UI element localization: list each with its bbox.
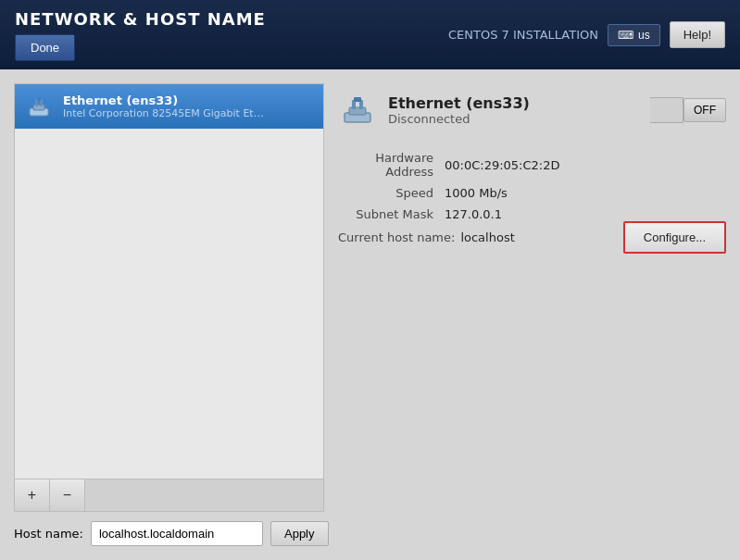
configure-button[interactable]: Configure... [623, 221, 726, 254]
apply-button[interactable]: Apply [270, 521, 329, 546]
help-button[interactable]: Help! [670, 21, 725, 48]
remove-interface-button[interactable]: − [50, 479, 85, 511]
page-title: NETWORK & HOST NAME [15, 9, 266, 29]
svg-rect-6 [349, 107, 366, 115]
keyboard-icon: ⌨ [618, 29, 633, 42]
ethernet-name: Ethernet (ens33) [388, 94, 530, 112]
ethernet-name-status: Ethernet (ens33) Disconnected [388, 94, 530, 126]
current-host-value-bottom: localhost [460, 230, 514, 244]
interface-list: Ethernet (ens33) Intel Corporation 82545… [14, 83, 324, 479]
add-interface-button[interactable]: + [15, 479, 50, 511]
ethernet-info: Ethernet (ens33) Disconnected [338, 91, 530, 130]
toggle-switch[interactable] [650, 97, 684, 123]
speed-row: Speed 1000 Mb/s [338, 186, 726, 200]
header-left: NETWORK & HOST NAME Done [15, 9, 266, 61]
svg-rect-9 [354, 97, 361, 102]
header: NETWORK & HOST NAME Done CENTOS 7 INSTAL… [0, 0, 740, 69]
main-content: Ethernet (ens33) Intel Corporation 82545… [0, 69, 740, 560]
svg-rect-1 [33, 105, 44, 110]
done-button[interactable]: Done [15, 34, 75, 61]
header-right: CENTOS 7 INSTALLATION ⌨ us Help! [448, 21, 725, 48]
bottom-row: Current host name: localhost Configure..… [338, 221, 726, 257]
hostname-label: Host name: [14, 527, 83, 541]
subnet-value: 127.0.0.1 [445, 207, 502, 221]
current-host-bottom: Current host name: localhost [338, 230, 515, 244]
subnet-label: Subnet Mask [338, 207, 445, 221]
ethernet-details: Hardware Address 00:0C:29:05:C2:2D Speed… [338, 151, 726, 221]
centos-label: CENTOS 7 INSTALLATION [448, 28, 598, 42]
hardware-address-row: Hardware Address 00:0C:29:05:C2:2D [338, 151, 726, 179]
left-panel: Ethernet (ens33) Intel Corporation 82545… [14, 83, 324, 546]
right-panel: Ethernet (ens33) Disconnected OFF Hardwa… [338, 83, 726, 546]
hostname-input[interactable] [91, 521, 263, 546]
current-host-label-bottom: Current host name: [338, 230, 455, 244]
hostname-row: Host name: Apply [14, 521, 324, 546]
toggle-container: OFF [650, 97, 726, 123]
subnet-row: Subnet Mask 127.0.0.1 [338, 207, 726, 221]
svg-rect-4 [37, 97, 41, 101]
ethernet-detail-icon [338, 91, 377, 130]
ethernet-icon [24, 92, 54, 121]
toggle-off-button[interactable]: OFF [684, 98, 726, 122]
list-item[interactable]: Ethernet (ens33) Intel Corporation 82545… [15, 84, 323, 129]
ethernet-status: Disconnected [388, 112, 530, 126]
interface-subtitle: Intel Corporation 82545EM Gigabit Ethern… [63, 107, 267, 119]
keyboard-lang: us [638, 29, 650, 42]
speed-value: 1000 Mb/s [445, 186, 508, 200]
interface-info: Ethernet (ens33) Intel Corporation 82545… [63, 93, 267, 119]
hardware-address-value: 00:0C:29:05:C2:2D [445, 158, 560, 172]
ethernet-header: Ethernet (ens33) Disconnected OFF [338, 83, 726, 137]
keyboard-button[interactable]: ⌨ us [608, 24, 660, 46]
hardware-address-label: Hardware Address [338, 151, 445, 179]
interface-name: Ethernet (ens33) [63, 93, 267, 107]
speed-label: Speed [338, 186, 445, 200]
list-buttons: + − [14, 479, 324, 512]
